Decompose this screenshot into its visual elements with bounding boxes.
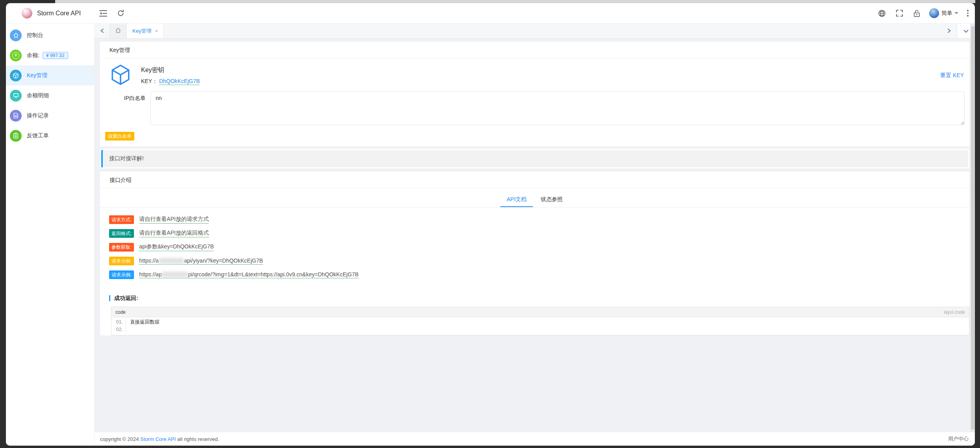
- globe-icon: [878, 9, 886, 17]
- cube-icon: [110, 64, 132, 87]
- tabs-scroll-left-button[interactable]: [95, 24, 110, 38]
- key-line: KEY： DhQOkKcEjG7B: [141, 78, 200, 85]
- ip-whitelist-label: IP白名单: [110, 91, 146, 125]
- sidebar-item-label: 余额:: [27, 52, 39, 59]
- line-text: [126, 326, 969, 333]
- lock-icon: [913, 9, 921, 17]
- doc-row-request-example-2: 请求示例: https://appi/qrcode/?img=1&dt=L&te…: [109, 270, 969, 279]
- example-url[interactable]: https://appi/qrcode/?img=1&dt=L&text=htt…: [139, 271, 358, 278]
- sidebar-item-label: Key管理: [27, 72, 47, 79]
- balance-badge: ¥ 997.32: [43, 52, 68, 59]
- doc-row-param-get: 参数获取: api参数&key=DhQOkKcEjG7B: [109, 243, 969, 252]
- monitor-icon: [10, 90, 22, 102]
- scrollbar-thumb[interactable]: [971, 26, 974, 430]
- tab-api-docs[interactable]: API文档: [500, 191, 533, 207]
- desktop-background: Storm Core API: [0, 0, 980, 448]
- home-icon: [115, 27, 121, 35]
- key-section-title: Key密钥: [141, 66, 200, 74]
- tab-home[interactable]: [110, 24, 127, 38]
- more-menu-button[interactable]: [961, 3, 975, 24]
- tabbar-spacer: [164, 24, 942, 38]
- more-vertical-icon: [967, 15, 969, 17]
- url-post: pi/qrcode/?img=1&dt=L&text=https://api.0…: [188, 271, 358, 278]
- badge: 返回格式:: [109, 229, 134, 238]
- doc-row-request-example-1: 请求示例: https://aapi/yiyan/?key=DhQOkKcEjG…: [109, 257, 969, 265]
- refresh-icon: [117, 9, 124, 17]
- line-text: 直接返回数据: [126, 318, 969, 326]
- code-block: code layui.code 01. 直接返回数据 02.: [111, 307, 969, 335]
- api-intro-card: 接口介绍 API文档 状态参照 请求方式: 请自行查看API放的请求方式 返: [100, 172, 969, 335]
- close-icon[interactable]: ×: [155, 28, 158, 33]
- doc-row-request-method: 请求方式: 请自行查看API放的请求方式: [109, 215, 969, 224]
- app-body: 控制台 ¥ 余额: ¥ 997.32 Key管理: [6, 24, 975, 446]
- redacted-blur-patch: [162, 272, 188, 278]
- line-number: 01.: [111, 318, 126, 326]
- sidebar-item-console[interactable]: 控制台: [6, 25, 94, 45]
- yen-icon: ¥: [10, 50, 22, 61]
- sidebar-item-label: 操作记录: [27, 112, 49, 119]
- tab-status-reference[interactable]: 状态参照: [535, 191, 569, 207]
- sidebar-item-label: 反馈工单: [27, 132, 49, 139]
- sidebar-collapse-button[interactable]: [95, 3, 112, 24]
- ip-whitelist-input[interactable]: nn: [150, 91, 965, 125]
- badge: 请求方式:: [109, 215, 134, 224]
- sidebar-item-feedback-ticket[interactable]: 反馈工单: [6, 126, 94, 146]
- fullscreen-button[interactable]: [891, 3, 908, 24]
- refresh-button[interactable]: [112, 3, 129, 24]
- home-icon: [10, 30, 22, 41]
- badge: 请求示例:: [109, 257, 134, 265]
- card-title: 接口介绍: [100, 172, 969, 188]
- app-header: Storm Core API: [6, 3, 975, 24]
- copyright: copyright © 2024 Storm Core API all righ…: [100, 436, 219, 442]
- forward-icon: [947, 28, 951, 35]
- code-line: 01. 直接返回数据: [111, 318, 969, 326]
- code-line: 02.: [111, 326, 969, 333]
- lock-screen-button[interactable]: [908, 3, 925, 24]
- reset-key-button[interactable]: 重置 KEY: [940, 72, 964, 79]
- sidebar-item-balance-details[interactable]: 余额明细: [6, 85, 94, 106]
- scrollbar-track[interactable]: [970, 24, 975, 432]
- key-value[interactable]: DhQOkKcEjG7B: [159, 78, 200, 85]
- copyright-post: all rights reserved.: [176, 436, 219, 442]
- caret-down-icon: [954, 12, 958, 14]
- sidebar-item-key-management[interactable]: Key管理: [6, 65, 94, 85]
- url-pre: https://a: [139, 257, 159, 264]
- set-whitelist-button[interactable]: 设置白名单: [105, 132, 134, 141]
- doc-tabs: API文档 状态参照: [100, 188, 969, 207]
- footer-brand-link[interactable]: Storm Core API: [140, 436, 176, 442]
- page-footer: copyright © 2024 Storm Core API all righ…: [95, 432, 975, 446]
- user-center-link[interactable]: 用户中心: [948, 435, 969, 442]
- copyright-pre: copyright © 2024: [100, 436, 140, 442]
- clipboard-icon: [10, 130, 22, 142]
- example-url[interactable]: https://aapi/yiyan/?key=DhQOkKcEjG7B: [139, 257, 263, 265]
- brand: Storm Core API: [6, 8, 95, 19]
- sidebar: 控制台 ¥ 余额: ¥ 997.32 Key管理: [6, 24, 95, 446]
- window-top-strip: [55, 0, 975, 3]
- sidebar-item-label: 余额明细: [27, 92, 49, 99]
- chevron-down-icon: [963, 28, 969, 35]
- quote-card: 接口对接详解!: [100, 149, 969, 168]
- sidebar-item-operation-log[interactable]: 操作记录: [6, 106, 94, 126]
- doc-text: 请自行查看API放的请求方式: [139, 216, 209, 224]
- doc-row-return-format: 返回格式: 请自行查看API放的返回格式: [109, 229, 969, 238]
- doc-text: api参数&key=DhQOkKcEjG7B: [139, 243, 213, 251]
- success-return-title: 成功返回:: [109, 295, 969, 301]
- main-area: Key管理 ×: [95, 24, 975, 446]
- more-vertical-icon: [967, 13, 969, 14]
- api-docs-quote: 接口对接详解!: [101, 150, 968, 167]
- tab-key-management[interactable]: Key管理 ×: [127, 24, 164, 38]
- user-avatar: [929, 8, 939, 18]
- url-post: api/yiyan/?key=DhQOkKcEjG7B: [184, 257, 263, 264]
- code-header-brand: layui.code: [944, 309, 965, 315]
- app-title: Storm Core API: [37, 10, 81, 17]
- line-number: 02.: [111, 326, 126, 333]
- sidebar-item-balance[interactable]: ¥ 余额: ¥ 997.32: [6, 45, 94, 65]
- user-menu[interactable]: 简单: [929, 8, 958, 18]
- key-label: KEY：: [141, 78, 158, 84]
- key-section: Key密钥 KEY： DhQOkKcEjG7B 重置 KEY: [100, 58, 969, 89]
- menu-collapse-icon: [99, 10, 108, 17]
- badge: 请求示例:: [109, 270, 134, 279]
- page-content: Key管理 Key密钥 KEY： DhQ: [95, 39, 975, 432]
- tabs-scroll-right-button[interactable]: [942, 24, 957, 38]
- language-button[interactable]: [873, 3, 891, 24]
